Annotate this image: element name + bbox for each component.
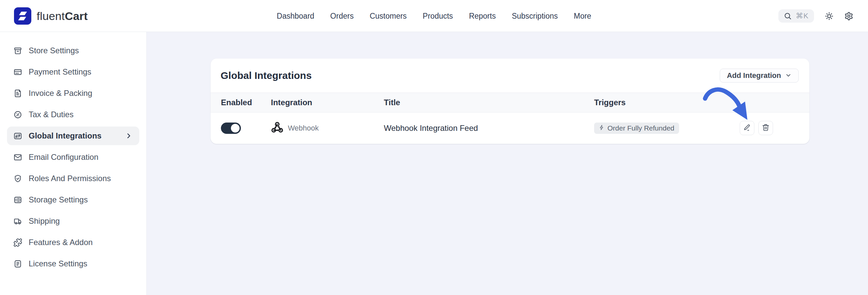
sidebar-item-payment-settings[interactable]: Payment Settings [7,63,139,81]
nav-more[interactable]: More [574,12,591,21]
trash-icon [762,124,770,133]
page-title: Global Integrations [221,70,312,81]
sidebar-item-global-integrations[interactable]: Global Integrations [7,127,139,145]
search-icon [784,12,792,20]
sidebar-item-features-addon[interactable]: Features & Addon [7,233,139,252]
triggers-cell: Order Fully Refunded [594,123,740,134]
enabled-cell [221,123,271,134]
column-header-triggers: Triggers [594,98,740,107]
column-header-enabled: Enabled [221,98,271,107]
search-shortcut: ⌘K [796,12,809,20]
content-area: Global Integrations Add Integration Enab… [147,32,868,295]
topbar-actions: ⌘K [778,0,853,32]
settings-gear-icon[interactable] [844,12,853,21]
tax-duties-icon [13,110,22,119]
sidebar-item-shipping[interactable]: Shipping [7,212,139,230]
table-row: Webhook Webhook Integration Feed Order F… [211,112,809,143]
invoice-packing-icon [13,89,22,98]
sidebar-item-tax-duties[interactable]: Tax & Duties [7,105,139,124]
settings-sidebar: Store Settings Payment Settings Invoice … [0,32,147,295]
card-header: Global Integrations Add Integration [211,59,809,93]
sidebar-item-license-settings[interactable]: License Settings [7,254,139,273]
delete-button[interactable] [758,121,773,135]
integration-name: Webhook [288,124,319,133]
sidebar-item-storage-settings[interactable]: Storage Settings [7,191,139,209]
title-cell: Webhook Integration Feed [384,124,594,133]
trigger-badge: Order Fully Refunded [594,123,679,134]
search-button[interactable]: ⌘K [778,9,814,23]
sidebar-item-invoice-packing[interactable]: Invoice & Packing [7,84,139,103]
lightning-bolt-icon [599,125,605,132]
page: fluentCart Dashboard Orders Customers Pr… [0,0,868,295]
nav-orders[interactable]: Orders [330,12,353,21]
payment-settings-icon [13,68,22,76]
theme-toggle-sun-icon[interactable] [825,12,834,21]
global-integrations-icon [13,132,22,140]
webhook-icon [271,121,284,135]
sidebar-item-email-configuration[interactable]: Email Configuration [7,148,139,166]
features-addon-icon [13,238,22,247]
chevron-down-icon [785,72,792,79]
column-header-integration: Integration [271,98,384,107]
nav-reports[interactable]: Reports [469,12,496,21]
nav-dashboard[interactable]: Dashboard [277,12,314,21]
nav-products[interactable]: Products [423,12,453,21]
add-integration-button[interactable]: Add Integration [720,69,799,83]
shipping-icon [13,217,22,226]
license-settings-icon [13,259,22,268]
pencil-icon [743,124,751,133]
sidebar-item-store-settings[interactable]: Store Settings [7,41,139,60]
integration-cell: Webhook [271,121,384,135]
column-header-title: Title [384,98,594,107]
nav-customers[interactable]: Customers [370,12,406,21]
table-header-row: Enabled Integration Title Triggers [211,93,809,112]
sidebar-item-roles-permissions[interactable]: Roles And Permissions [7,169,139,188]
store-settings-icon [13,46,22,55]
toggle-knob [231,124,240,133]
topbar: fluentCart Dashboard Orders Customers Pr… [0,0,868,32]
storage-settings-icon [13,195,22,204]
row-actions [740,121,810,135]
edit-button[interactable] [740,121,754,135]
email-configuration-icon [13,153,22,162]
global-integrations-card: Global Integrations Add Integration Enab… [211,59,809,144]
chevron-right-icon [125,132,133,140]
main-nav: Dashboard Orders Customers Products Repo… [0,0,868,32]
nav-subscriptions[interactable]: Subscriptions [512,12,558,21]
roles-permissions-icon [13,174,22,183]
enabled-toggle[interactable] [221,123,241,134]
